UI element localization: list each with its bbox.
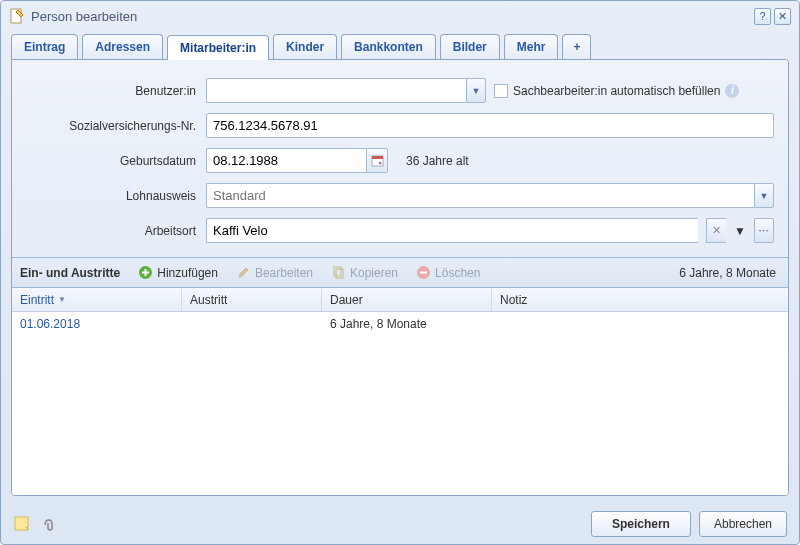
user-dropdown-trigger[interactable]: ▼ [466, 78, 486, 103]
svg-rect-5 [334, 267, 341, 276]
total-duration: 6 Jahre, 8 Monate [679, 266, 780, 280]
col-eintritt[interactable]: Eintritt▼ [12, 288, 182, 311]
add-button[interactable]: Hinzufügen [132, 263, 224, 282]
workplace-dropdown-trigger[interactable]: ▼ [734, 224, 746, 238]
delete-label: Löschen [435, 266, 480, 280]
workplace-more-button[interactable]: ··· [754, 218, 774, 243]
table-row[interactable]: 01.06.2018 6 Jahre, 8 Monate [12, 312, 788, 336]
cell-eintritt: 01.06.2018 [12, 312, 182, 336]
workplace-label: Arbeitsort [26, 224, 206, 238]
copy-label: Kopieren [350, 266, 398, 280]
tab-add[interactable]: + [562, 34, 591, 59]
tab-bankkonten[interactable]: Bankkonten [341, 34, 436, 59]
pencil-icon [236, 265, 251, 280]
close-button[interactable]: ✕ [774, 8, 791, 25]
col-notiz[interactable]: Notiz [492, 288, 788, 311]
plus-circle-icon [138, 265, 153, 280]
attachment-icon[interactable] [39, 515, 57, 533]
workplace-clear-icon[interactable]: ✕ [706, 218, 726, 243]
tab-bilder[interactable]: Bilder [440, 34, 500, 59]
auto-fill-checkbox[interactable] [494, 84, 508, 98]
copy-button: Kopieren [325, 263, 404, 282]
cell-dauer: 6 Jahre, 8 Monate [322, 312, 492, 336]
edit-document-icon [9, 8, 25, 24]
col-austritt[interactable]: Austritt [182, 288, 322, 311]
titlebar: Person bearbeiten ? ✕ [1, 1, 799, 31]
user-label: Benutzer:in [26, 84, 206, 98]
footer: Speichern Abbrechen [1, 504, 799, 544]
payslip-label: Lohnausweis [26, 189, 206, 203]
copy-icon [331, 265, 346, 280]
cell-notiz [492, 312, 788, 336]
grid-body: 01.06.2018 6 Jahre, 8 Monate [12, 312, 788, 495]
dob-label: Geburtsdatum [26, 154, 206, 168]
tab-eintrag[interactable]: Eintrag [11, 34, 78, 59]
payslip-dropdown-trigger[interactable]: ▼ [754, 183, 774, 208]
svg-rect-2 [372, 156, 383, 159]
edit-label: Bearbeiten [255, 266, 313, 280]
form-area: Benutzer:in ▼ Sachbearbeiter:in automati… [12, 60, 788, 258]
dob-input[interactable] [206, 148, 366, 173]
grid-header: Eintritt▼ Austritt Dauer Notiz [12, 288, 788, 312]
payslip-input[interactable] [206, 183, 754, 208]
svg-rect-6 [336, 269, 343, 278]
cell-austritt [182, 312, 322, 336]
tab-mehr[interactable]: Mehr [504, 34, 559, 59]
tab-bar: Eintrag Adressen Mitarbeiter:in Kinder B… [1, 31, 799, 59]
auto-fill-label: Sachbearbeiter:in automatisch befüllen [513, 84, 720, 98]
window-title: Person bearbeiten [31, 9, 751, 24]
content-panel: Benutzer:in ▼ Sachbearbeiter:in automati… [11, 59, 789, 496]
minus-circle-icon [416, 265, 431, 280]
edit-button: Bearbeiten [230, 263, 319, 282]
svg-point-3 [378, 162, 380, 164]
workplace-input[interactable] [206, 218, 698, 243]
tab-adressen[interactable]: Adressen [82, 34, 163, 59]
save-button[interactable]: Speichern [591, 511, 691, 537]
delete-button: Löschen [410, 263, 486, 282]
calendar-icon[interactable] [366, 148, 388, 173]
info-icon[interactable]: i [725, 84, 739, 98]
sort-asc-icon: ▼ [58, 295, 66, 304]
add-label: Hinzufügen [157, 266, 218, 280]
grid-toolbar: Ein- und Austritte Hinzufügen Bearbeiten… [12, 258, 788, 288]
col-dauer[interactable]: Dauer [322, 288, 492, 311]
tab-mitarbeiter[interactable]: Mitarbeiter:in [167, 35, 269, 60]
ssn-label: Sozialversicherungs-Nr. [26, 119, 206, 133]
dialog-window: Person bearbeiten ? ✕ Eintrag Adressen M… [0, 0, 800, 545]
tab-kinder[interactable]: Kinder [273, 34, 337, 59]
grid-title: Ein- und Austritte [20, 266, 120, 280]
age-text: 36 Jahre alt [406, 154, 469, 168]
ssn-input[interactable] [206, 113, 774, 138]
help-button[interactable]: ? [754, 8, 771, 25]
user-input[interactable] [206, 78, 466, 103]
cancel-button[interactable]: Abbrechen [699, 511, 787, 537]
note-icon[interactable] [13, 515, 31, 533]
